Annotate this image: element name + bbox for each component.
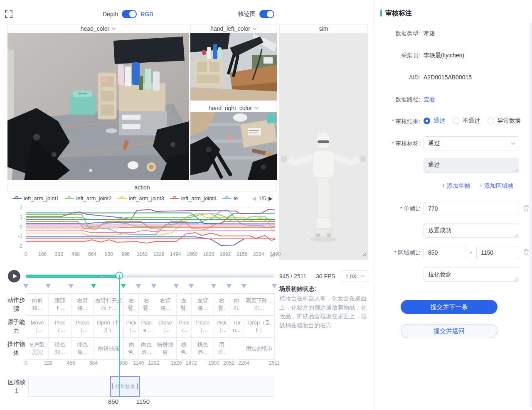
rgb-label: RGB [140, 11, 153, 17]
chart-x-tick-label: 664 [88, 251, 96, 257]
chart-plot-area [26, 204, 275, 250]
action-chart-header: action [7, 183, 277, 192]
data-path-label: 数据路径: [374, 96, 420, 103]
toggle-knob [129, 11, 136, 17]
table-cell: 桃色唇... [192, 338, 214, 360]
step-marker-triangle[interactable] [189, 284, 194, 288]
add-single-frame-link[interactable]: + 添加单帧 [442, 182, 470, 190]
radio-fail-label[interactable]: 不通过 [463, 117, 480, 125]
radio-abnormal-label[interactable]: 异常数据 [498, 117, 521, 125]
region-frame-track[interactable]: 拉化妆盒 [28, 376, 274, 397]
head-camera-selector[interactable]: head_color [7, 24, 189, 33]
resize-grip-icon[interactable] [515, 168, 518, 172]
radio-fail[interactable] [453, 118, 459, 124]
fullscreen-button[interactable] [5, 10, 12, 20]
resize-grip-icon[interactable] [515, 277, 518, 281]
single-frame-label: *单帧1: [374, 205, 420, 213]
table-cell: 右臂. [124, 294, 139, 316]
step-marker-triangle[interactable] [227, 284, 232, 288]
head-camera-title: head_color [81, 25, 109, 32]
step-marker-triangle[interactable] [174, 284, 179, 288]
scene-title: 场景初始状态: [279, 285, 369, 293]
legend-item[interactable]: left_arm_joint4 [170, 195, 217, 201]
chart-y-tick-label: 2 [8, 205, 22, 211]
hand-left-camera-selector[interactable]: hand_left_color [190, 24, 277, 33]
playhead-line[interactable] [119, 275, 120, 397]
table-cell: Turn... [229, 316, 244, 338]
fullscreen-icon [5, 12, 12, 19]
legend-item[interactable]: left_arm_joint2 [65, 195, 111, 201]
region-handle-left[interactable] [112, 383, 113, 389]
table-cell: 向右. [229, 294, 244, 316]
step-marker-triangle[interactable] [211, 284, 216, 288]
step-marker-triangle[interactable] [121, 284, 126, 288]
step-table-column: 右臂将...Place（...绿色瓶... [71, 294, 94, 360]
add-region-frame-link[interactable]: + 添加区域帧 [479, 182, 513, 190]
single-frame-note-textarea[interactable]: 放置成功 [424, 223, 519, 238]
region-handle-right[interactable] [137, 383, 138, 389]
resize-grip-icon[interactable] [515, 233, 518, 237]
region-note-textarea[interactable]: 拉化妆盒 [424, 268, 519, 282]
radio-abnormal[interactable] [488, 118, 494, 124]
table-cell: 右臂将... [71, 294, 94, 316]
resize-handle-icon[interactable] [271, 251, 275, 259]
region-start-input[interactable] [424, 246, 466, 259]
frame-counter: 945 / 2511 [279, 273, 306, 280]
sim-panel-title: sim [319, 25, 328, 32]
step-marker-triangle[interactable] [151, 284, 156, 288]
step-marker-triangle[interactable] [46, 284, 51, 288]
frame-axis-tick: 0 [25, 360, 27, 366]
play-button[interactable] [8, 270, 20, 282]
legend-item[interactable]: le [222, 195, 238, 201]
legend-item[interactable]: left_arm_joint3 [118, 195, 164, 201]
table-cell [229, 338, 244, 360]
panel-scrollbar[interactable] [530, 23, 532, 407]
region-segment[interactable]: 拉化妆盒 [110, 376, 140, 397]
tag-select[interactable]: 通过 [424, 136, 519, 150]
legend-marker-icon [222, 196, 232, 200]
legend-prev-icon[interactable]: ◀ [252, 195, 256, 201]
trajectory-toggle[interactable] [259, 10, 274, 18]
submit-next-button[interactable]: 提交并下一条 [401, 300, 498, 314]
table-cell: Close（... [154, 316, 177, 338]
frame-axis-tick: 456 [67, 360, 75, 366]
radio-pass-label[interactable]: 通过 [433, 117, 445, 125]
table-cell: 肉色透... [139, 338, 154, 360]
step-marker-triangle[interactable] [69, 284, 74, 288]
trash-icon[interactable] [523, 205, 530, 213]
step-marker-triangle[interactable] [241, 284, 246, 288]
submit-return-button[interactable]: 提交并返回 [401, 324, 498, 338]
legend-label: left_arm_joint3 [129, 195, 164, 201]
speed-select[interactable]: 1.0X [341, 270, 368, 282]
result-radio-group: 通过 不通过 异常数据 [424, 117, 521, 125]
region-end-input[interactable] [476, 246, 519, 259]
legend-item[interactable]: left_arm_joint1 [12, 195, 59, 201]
step-marker-triangle[interactable] [272, 284, 277, 288]
panel-title: 审核标注 [385, 9, 412, 18]
data-path-link[interactable]: 查看 [424, 96, 435, 103]
frame-axis-tick: 2052 [223, 360, 234, 366]
frame-axis-tick: 1900 [208, 360, 219, 366]
toggle-knob [267, 11, 273, 17]
depth-label: Depth [103, 11, 118, 17]
hand-right-camera-selector[interactable]: hand_right_color [190, 104, 277, 112]
legend-label: left_arm_joint2 [76, 195, 111, 201]
sim-robot-render [279, 33, 368, 260]
step-marker-triangle[interactable] [23, 284, 28, 288]
resize-handle-icon[interactable] [362, 251, 367, 258]
legend-label: left_arm_joint4 [181, 195, 217, 201]
scene-initial-state: 场景初始状态: 梳妆台在机器人前，化妆盒在桌面上，化妆盒的侧边摆放着物品，化妆品… [279, 285, 369, 330]
single-frame-input[interactable] [424, 202, 519, 215]
tag-note-textarea[interactable]: 通过 [424, 158, 519, 173]
step-marker-triangle[interactable] [136, 284, 141, 288]
depth-rgb-toggle[interactable] [122, 10, 137, 18]
step-marker-triangle[interactable] [91, 284, 96, 288]
trash-icon[interactable] [523, 249, 530, 257]
tag-label: *审核标签: [374, 140, 420, 147]
chevron-down-icon [360, 275, 365, 277]
single-frame-marker-dot[interactable] [101, 275, 103, 278]
region-frame-label: *区域帧1: [374, 249, 420, 257]
table-cell: Place（... [71, 316, 94, 338]
radio-pass[interactable] [424, 118, 430, 124]
legend-next-icon[interactable]: ▶ [268, 195, 273, 201]
